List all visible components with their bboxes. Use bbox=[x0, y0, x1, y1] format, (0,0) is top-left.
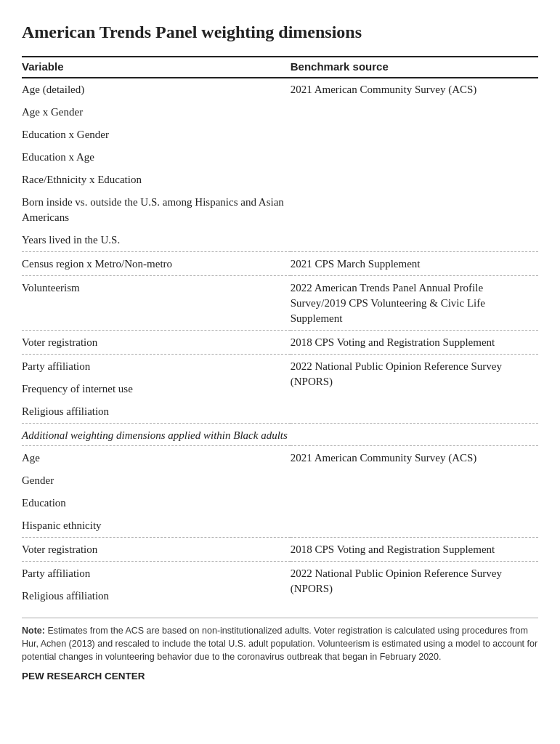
table-row: Volunteerism2022 American Trends Panel A… bbox=[22, 275, 538, 330]
variable-cell: Party affiliation bbox=[22, 354, 291, 378]
benchmark-cell: 2022 American Trends Panel Annual Profil… bbox=[291, 275, 538, 330]
benchmark-cell: 2018 CPS Voting and Registration Supplem… bbox=[291, 330, 538, 354]
benchmark-cell: 2021 American Community Survey (ACS) bbox=[291, 78, 538, 252]
variable-cell: Religious affiliation bbox=[22, 400, 291, 424]
italic-section-label: Additional weighting dimensions applied … bbox=[22, 423, 538, 445]
table-row: Party affiliation2022 National Public Op… bbox=[22, 354, 538, 378]
variable-cell: Frequency of internet use bbox=[22, 378, 291, 400]
variable-cell: Age bbox=[22, 445, 291, 469]
variable-cell: Hispanic ethnicity bbox=[22, 514, 291, 538]
col-header-benchmark: Benchmark source bbox=[291, 57, 538, 78]
variable-cell: Education x Age bbox=[22, 146, 291, 169]
variable-cell: Years lived in the U.S. bbox=[22, 229, 291, 252]
benchmark-cell: 2021 CPS March Supplement bbox=[291, 251, 538, 275]
variable-cell: Volunteerism bbox=[22, 275, 291, 330]
variable-cell: Voter registration bbox=[22, 330, 291, 354]
variable-cell: Born inside vs. outside the U.S. among H… bbox=[22, 191, 291, 229]
benchmark-cell: 2022 National Public Opinion Reference S… bbox=[291, 561, 538, 607]
variable-cell: Education bbox=[22, 492, 291, 514]
variable-cell: Gender bbox=[22, 469, 291, 492]
variable-cell: Voter registration bbox=[22, 537, 291, 561]
note-section: Note: Estimates from the ACS are based o… bbox=[22, 618, 538, 663]
variable-cell: Census region x Metro/Non-metro bbox=[22, 251, 291, 275]
table-row: Age (detailed)2021 American Community Su… bbox=[22, 78, 538, 101]
table-row: Voter registration2018 CPS Voting and Re… bbox=[22, 330, 538, 354]
table-row: Age2021 American Community Survey (ACS) bbox=[22, 445, 538, 469]
variable-cell: Education x Gender bbox=[22, 124, 291, 146]
variable-cell: Race/Ethnicity x Education bbox=[22, 169, 291, 191]
variable-cell: Religious affiliation bbox=[22, 585, 291, 607]
benchmark-cell: 2022 National Public Opinion Reference S… bbox=[291, 354, 538, 423]
variable-cell: Age x Gender bbox=[22, 101, 291, 124]
weighting-table: Variable Benchmark source Age (detailed)… bbox=[22, 56, 538, 607]
table-row: Party affiliation2022 National Public Op… bbox=[22, 561, 538, 585]
variable-cell: Age (detailed) bbox=[22, 78, 291, 101]
benchmark-cell: 2021 American Community Survey (ACS) bbox=[291, 445, 538, 537]
page-title: American Trends Panel weighting dimensio… bbox=[22, 22, 538, 43]
note-label: Note: bbox=[22, 626, 45, 636]
table-row: Census region x Metro/Non-metro2021 CPS … bbox=[22, 251, 538, 275]
note-text: Estimates from the ACS are based on non-… bbox=[22, 626, 537, 662]
col-header-variable: Variable bbox=[22, 57, 291, 78]
variable-cell: Party affiliation bbox=[22, 561, 291, 585]
org-label: PEW RESEARCH CENTER bbox=[22, 671, 538, 682]
table-row: Voter registration2018 CPS Voting and Re… bbox=[22, 537, 538, 561]
benchmark-cell: 2018 CPS Voting and Registration Supplem… bbox=[291, 537, 538, 561]
